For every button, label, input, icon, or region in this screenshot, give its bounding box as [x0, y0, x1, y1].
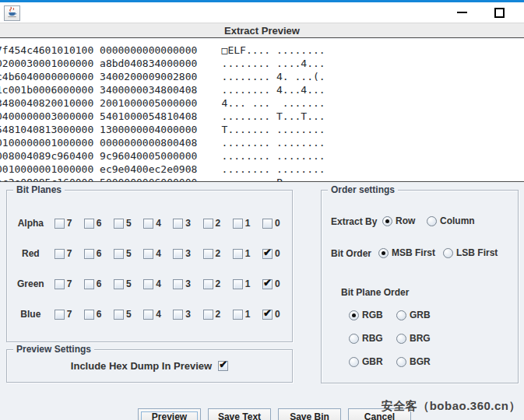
bit-label: 4: [156, 278, 161, 289]
checkbox-alpha-7[interactable]: [55, 219, 65, 229]
app-menu-button[interactable]: [4, 5, 20, 21]
preview-button[interactable]: Preview: [138, 408, 201, 420]
radio-msb-first[interactable]: MSB First: [378, 247, 435, 258]
checkbox-green-5[interactable]: [114, 279, 124, 289]
radio-icon-column: [427, 216, 437, 226]
bit-label: 7: [67, 248, 72, 259]
checkbox-blue-6[interactable]: [84, 310, 94, 320]
radio-lsb-first[interactable]: LSB First: [443, 247, 498, 258]
hex-line: 0100000001000000 0000000000800408 ......…: [0, 136, 524, 149]
bit-plane-order-label: Bit Plane Order: [341, 287, 409, 298]
checkbox-green-0[interactable]: [262, 279, 273, 289]
checkbox-red-5[interactable]: [114, 249, 124, 259]
extract-by-label: Extract By: [331, 216, 377, 227]
save-text-button[interactable]: Save Text: [208, 408, 271, 420]
radio-icon-bgr: [396, 357, 406, 367]
bit-label: 6: [97, 218, 102, 229]
radio-extract-by-row[interactable]: Row: [382, 215, 415, 226]
radio-rgb[interactable]: RGB: [349, 310, 383, 320]
checkbox-red-0[interactable]: [262, 249, 273, 259]
maximize-button[interactable]: [487, 2, 511, 23]
checkbox-red-4[interactable]: [143, 249, 153, 259]
bit-label: 3: [185, 248, 191, 259]
checkbox-alpha-4[interactable]: [143, 219, 153, 229]
bit-label: 3: [185, 278, 191, 289]
checkbox-alpha-2[interactable]: [203, 219, 213, 229]
checkbox-alpha-0[interactable]: [262, 219, 273, 229]
hex-line: 0200030001000000 a8bd040834000000 ......…: [0, 57, 524, 70]
bit-label: 7: [67, 309, 72, 320]
radio-icon-brg: [396, 334, 406, 344]
bit-planes-title: Bit Planes: [13, 184, 65, 195]
java-coffee-icon: [6, 6, 18, 21]
checkbox-green-2[interactable]: [203, 279, 213, 289]
bit-label: 0: [275, 218, 280, 229]
minimize-button[interactable]: [450, 2, 473, 23]
checkbox-alpha-3[interactable]: [173, 219, 183, 229]
checkbox-blue-5[interactable]: [114, 310, 124, 320]
radio-icon-msb-first: [378, 248, 389, 258]
radio-extract-by-column[interactable]: Column: [427, 215, 475, 226]
hex-dump-preview[interactable]: 7f454c4601010100 0000000000000000 □ELF..…: [0, 39, 524, 181]
channel-label-red: Red: [7, 248, 55, 259]
bit-order-label: Bit Order: [331, 248, 371, 259]
hex-line: c4b6040000000000 3400200009002800 ......…: [0, 70, 524, 83]
checkbox-red-3[interactable]: [173, 249, 183, 259]
bit-label: 4: [156, 248, 161, 259]
checkbox-blue-1[interactable]: [233, 310, 243, 320]
checkbox-blue-4[interactable]: [143, 310, 153, 320]
bit-label: 3: [185, 218, 191, 229]
radio-bgr[interactable]: BGR: [396, 356, 431, 367]
checkbox-blue-0[interactable]: [262, 310, 273, 320]
radio-icon-rbg: [349, 334, 359, 344]
save-bin-button[interactable]: Save Bin: [278, 408, 341, 420]
dialog-title: Extract Preview: [224, 25, 300, 37]
radio-label-grb: GRB: [410, 310, 431, 320]
titlebar[interactable]: [0, 2, 524, 23]
checkbox-red-2[interactable]: [203, 249, 213, 259]
checkbox-red-6[interactable]: [84, 249, 94, 259]
radio-rbg[interactable]: RBG: [349, 333, 383, 344]
bit-plane-row-red: Red 7 6 5 4 3 2 1 0: [7, 246, 292, 261]
bit-label: 0: [275, 248, 280, 259]
checkbox-green-6[interactable]: [84, 279, 94, 289]
checkbox-include-hex-dump[interactable]: [218, 361, 228, 371]
checkbox-alpha-6[interactable]: [84, 219, 94, 229]
hex-line: 0010000001000000 ec9e0400ec2e0908 ......…: [0, 163, 524, 176]
radio-grb[interactable]: GRB: [396, 310, 431, 320]
radio-label-brg: BRG: [410, 333, 431, 344]
minimize-icon: [457, 12, 467, 13]
bit-planes-group: Bit Planes Alpha 7 6 5 4 3 2 1 0 Red 7 6…: [6, 190, 293, 342]
checkbox-blue-2[interactable]: [203, 310, 213, 320]
checkbox-green-3[interactable]: [173, 279, 183, 289]
bit-label: 5: [126, 218, 132, 229]
radio-icon-gbr: [349, 357, 359, 367]
checkbox-green-4[interactable]: [143, 279, 153, 289]
checkbox-green-7[interactable]: [55, 279, 65, 289]
hex-line: 5481040813000000 1300000004000000 T.....…: [0, 123, 524, 136]
bit-label: 2: [216, 218, 221, 229]
radio-brg[interactable]: BRG: [396, 333, 431, 344]
extract-preview-window: Extract Preview 7f454c4601010100 0000000…: [0, 0, 524, 420]
radio-icon-row: [382, 216, 392, 226]
checkbox-red-1[interactable]: [233, 249, 243, 259]
bit-label: 3: [185, 309, 191, 320]
bit-order-row: Bit Order: [331, 248, 371, 259]
checkbox-alpha-5[interactable]: [114, 219, 124, 229]
checkbox-alpha-1[interactable]: [233, 219, 243, 229]
radio-label-column: Column: [440, 215, 475, 226]
bit-plane-row-alpha: Alpha 7 6 5 4 3 2 1 0: [7, 215, 292, 231]
bit-label: 1: [245, 309, 251, 320]
controls-panel: Bit Planes Alpha 7 6 5 4 3 2 1 0 Red 7 6…: [0, 181, 524, 420]
bit-label: 6: [97, 278, 102, 289]
bit-plane-row-green: Green 7 6 5 4 3 2 1 0: [7, 276, 292, 292]
bit-label: 4: [156, 218, 161, 229]
bit-label: 7: [67, 278, 72, 289]
checkbox-blue-3[interactable]: [173, 310, 183, 320]
checkbox-green-1[interactable]: [233, 279, 243, 289]
radio-label-lsb-first: LSB First: [456, 247, 498, 258]
radio-gbr[interactable]: GBR: [349, 356, 383, 367]
checkbox-blue-7[interactable]: [55, 310, 65, 320]
checkbox-red-7[interactable]: [55, 249, 65, 259]
dialog-header: Extract Preview: [0, 23, 524, 38]
